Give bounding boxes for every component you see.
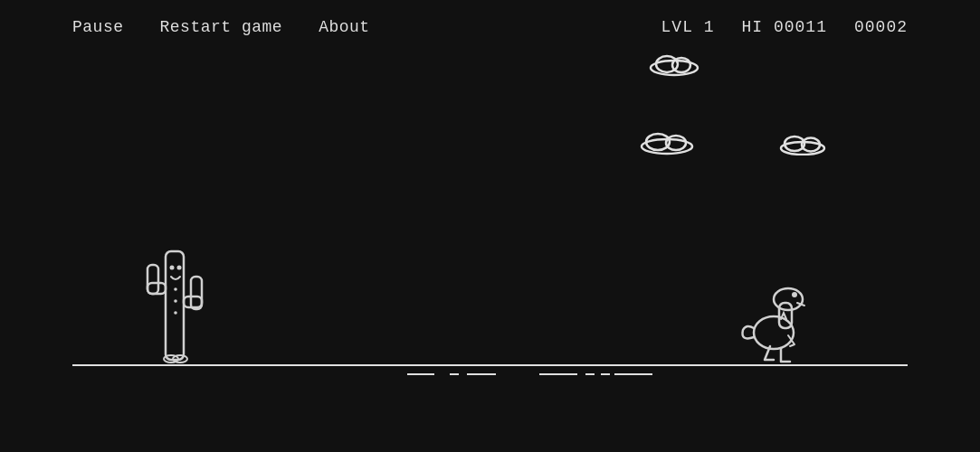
pause-button[interactable]: Pause xyxy=(72,18,124,36)
svg-rect-12 xyxy=(184,297,202,307)
svg-point-18 xyxy=(174,311,177,315)
svg-point-17 xyxy=(174,299,177,303)
ground-line xyxy=(72,364,908,366)
cloud-3 xyxy=(776,132,829,155)
dash-3 xyxy=(467,373,496,375)
nav-left: Pause Restart game About xyxy=(72,18,370,36)
svg-point-21 xyxy=(754,316,794,349)
dash-4 xyxy=(539,373,577,375)
restart-button[interactable]: Restart game xyxy=(160,18,283,36)
nav-right: LVL 1 HI 00011 00002 xyxy=(661,18,908,36)
cactus xyxy=(140,233,208,364)
dash-5 xyxy=(585,373,595,375)
svg-point-24 xyxy=(792,292,797,297)
cloud-2 xyxy=(638,128,697,155)
svg-rect-11 xyxy=(147,265,158,294)
game-area: Pause Restart game About LVL 1 HI 00011 … xyxy=(0,0,980,452)
svg-point-16 xyxy=(174,287,177,291)
svg-point-23 xyxy=(774,288,803,310)
cloud-1 xyxy=(647,52,701,77)
dash-1 xyxy=(407,373,434,375)
svg-point-14 xyxy=(170,266,175,270)
svg-point-15 xyxy=(177,266,182,270)
dash-7 xyxy=(614,373,652,375)
about-button[interactable]: About xyxy=(319,18,370,36)
navbar: Pause Restart game About LVL 1 HI 00011 … xyxy=(0,0,980,54)
dash-2 xyxy=(450,373,459,375)
level-display: LVL 1 xyxy=(661,18,715,36)
score-display: 00002 xyxy=(854,18,908,36)
hi-score-display: HI 00011 xyxy=(742,18,827,36)
dinosaur xyxy=(736,274,813,364)
svg-rect-13 xyxy=(191,277,202,309)
dash-6 xyxy=(601,373,610,375)
